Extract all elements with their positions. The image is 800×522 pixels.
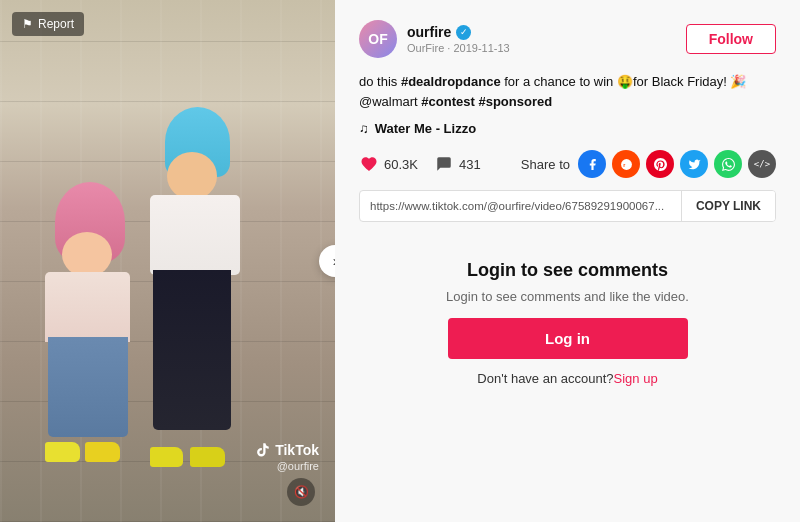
shoes-guy-right bbox=[190, 447, 225, 467]
embed-label: </> bbox=[754, 159, 770, 169]
figure-girl bbox=[30, 142, 160, 462]
display-name: OurFire bbox=[407, 42, 444, 54]
signup-link[interactable]: Sign up bbox=[614, 371, 658, 386]
follow-button[interactable]: Follow bbox=[686, 24, 776, 54]
flag-icon: ⚑ bbox=[22, 17, 33, 31]
sound-button[interactable]: 🔇 bbox=[287, 478, 315, 506]
likes-stat: 60.3K bbox=[359, 154, 418, 174]
login-button[interactable]: Log in bbox=[448, 318, 688, 359]
svg-point-0 bbox=[621, 159, 632, 170]
pants-guy bbox=[153, 270, 231, 430]
comments-stat: 431 bbox=[434, 154, 481, 174]
chevron-right-icon: › bbox=[333, 253, 335, 269]
tiktok-icon bbox=[255, 442, 271, 458]
info-panel: OF ourfire ✓ OurFire · 2019-11-13 Follow… bbox=[335, 0, 800, 522]
shoes-girl-right bbox=[85, 442, 120, 462]
username-row: ourfire ✓ bbox=[407, 24, 510, 40]
login-section: Login to see comments Login to see comme… bbox=[359, 250, 776, 386]
tiktok-brand-label: TikTok bbox=[275, 442, 319, 458]
link-row: COPY LINK bbox=[359, 190, 776, 222]
share-label: Share to bbox=[521, 157, 570, 172]
face-guy bbox=[167, 152, 217, 200]
shoes-guy-left bbox=[150, 447, 183, 467]
signup-row: Don't have an account?Sign up bbox=[477, 371, 657, 386]
share-embed[interactable]: </> bbox=[748, 150, 776, 178]
hashtag3[interactable]: #sponsored bbox=[478, 94, 552, 109]
share-pinterest[interactable] bbox=[646, 150, 674, 178]
share-reddit[interactable]: r bbox=[612, 150, 640, 178]
link-url-input[interactable] bbox=[360, 192, 681, 220]
music-row: ♫ Water Me - Lizzo bbox=[359, 121, 776, 136]
user-info: OF ourfire ✓ OurFire · 2019-11-13 bbox=[359, 20, 510, 58]
music-icon: ♫ bbox=[359, 121, 369, 136]
share-section: Share to r </> bbox=[521, 150, 776, 178]
caption-pre: do this bbox=[359, 74, 401, 89]
report-button[interactable]: ⚑ Report bbox=[12, 12, 84, 36]
header-row: OF ourfire ✓ OurFire · 2019-11-13 Follow bbox=[359, 20, 776, 58]
username[interactable]: ourfire bbox=[407, 24, 451, 40]
post-date: 2019-11-13 bbox=[453, 42, 509, 54]
login-title: Login to see comments bbox=[467, 260, 668, 281]
avatar: OF bbox=[359, 20, 397, 58]
share-icons: r </> bbox=[578, 150, 776, 178]
video-panel: ⚑ Report › 🔇 TikTok @ourfire bbox=[0, 0, 335, 522]
face-girl bbox=[62, 232, 112, 277]
user-details: ourfire ✓ OurFire · 2019-11-13 bbox=[407, 24, 510, 54]
user-sub: OurFire · 2019-11-13 bbox=[407, 42, 510, 54]
login-subtitle: Login to see comments and like the video… bbox=[446, 289, 689, 304]
hashtag1[interactable]: #dealdropdance bbox=[401, 74, 501, 89]
figure-guy bbox=[145, 107, 285, 467]
pants-girl bbox=[48, 337, 128, 437]
top-guy bbox=[150, 195, 240, 275]
heart-icon[interactable] bbox=[359, 154, 379, 174]
verified-badge: ✓ bbox=[456, 25, 471, 40]
tiktok-logo: TikTok bbox=[255, 442, 319, 458]
stats-row: 60.3K 431 Share to r bbox=[359, 150, 776, 178]
share-facebook[interactable] bbox=[578, 150, 606, 178]
top-girl bbox=[45, 272, 130, 342]
share-twitter[interactable] bbox=[680, 150, 708, 178]
tiktok-watermark: TikTok @ourfire bbox=[255, 442, 319, 472]
shoes-girl-left bbox=[45, 442, 80, 462]
sound-icon: 🔇 bbox=[294, 485, 309, 499]
avatar-initials: OF bbox=[368, 31, 387, 47]
caption: do this #dealdropdance for a chance to w… bbox=[359, 72, 776, 111]
copy-link-button[interactable]: COPY LINK bbox=[681, 191, 775, 221]
music-name[interactable]: Water Me - Lizzo bbox=[375, 121, 476, 136]
hashtag2[interactable]: #contest bbox=[421, 94, 474, 109]
signup-text: Don't have an account? bbox=[477, 371, 613, 386]
tiktok-handle: @ourfire bbox=[277, 460, 319, 472]
share-whatsapp[interactable] bbox=[714, 150, 742, 178]
comments-count: 431 bbox=[459, 157, 481, 172]
report-label: Report bbox=[38, 17, 74, 31]
comment-icon[interactable] bbox=[434, 154, 454, 174]
likes-count: 60.3K bbox=[384, 157, 418, 172]
